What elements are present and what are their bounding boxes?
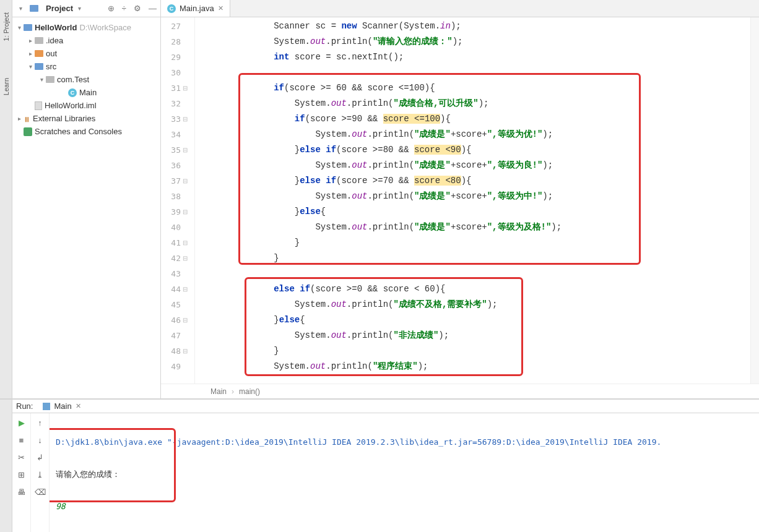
- run-config-icon: [43, 403, 50, 410]
- project-panel: ▾ Project ▾ ⊕ ÷ ⚙ — ▾ HelloWorld D:\Work…: [12, 0, 161, 398]
- run-tab-main[interactable]: Main ✕: [38, 400, 85, 413]
- expand-icon[interactable]: ▸: [26, 50, 35, 57]
- code-editor[interactable]: 27 28 29 30 31⊟ 32 33⊟ 34 35⊟ 36 37⊟ 38 …: [161, 17, 759, 384]
- tree-scratches[interactable]: Scratches and Consoles: [12, 125, 160, 138]
- close-icon[interactable]: ✕: [218, 4, 223, 12]
- collapse-icon[interactable]: ▾: [16, 5, 25, 12]
- class-icon: C: [68, 88, 77, 97]
- run-label: Run:: [16, 401, 33, 411]
- library-icon: ⫼: [24, 115, 30, 122]
- tree-external-libs[interactable]: ▸ ⫼ External Libraries: [12, 112, 160, 125]
- editor-right-gutter: [750, 17, 759, 384]
- dropdown-icon[interactable]: ▾: [78, 5, 81, 12]
- tree-iml[interactable]: HelloWorld.iml: [12, 99, 160, 112]
- tree-src[interactable]: ▾ src: [12, 60, 160, 73]
- tree-main-class[interactable]: C Main: [12, 86, 160, 99]
- crumb-class[interactable]: Main: [210, 387, 227, 396]
- run-tabs: Run: Main ✕: [12, 400, 759, 413]
- editor-area: C Main.java ✕ 27 28 29 30 31⊟ 32 33⊟ 34 …: [161, 0, 759, 398]
- breadcrumb: Main › main(): [161, 384, 759, 398]
- stop-icon[interactable]: ■: [16, 434, 27, 445]
- expand-icon[interactable]: ▾: [15, 24, 24, 31]
- expand-icon[interactable]: ▸: [26, 37, 35, 44]
- camera-icon[interactable]: ✂: [16, 452, 27, 463]
- rerun-icon[interactable]: ▶: [16, 417, 27, 428]
- learn-tool-tab[interactable]: Learn: [2, 78, 10, 95]
- run-toolbar-primary: ▶ ■ ✂ ⊞ 🖶: [12, 413, 31, 532]
- console-line: 请输入您的成绩：: [56, 468, 753, 481]
- project-panel-header: ▾ Project ▾ ⊕ ÷ ⚙ —: [12, 0, 160, 17]
- run-toolbar-secondary: ↑ ↓ ↲ ⤓ ⌫: [31, 413, 50, 532]
- wrap-icon[interactable]: ↲: [35, 452, 46, 463]
- project-title: Project: [46, 4, 73, 13]
- console-command: D:\jdk1.8\bin\java.exe "-javaagent:D:\id…: [56, 435, 753, 449]
- layout-icon[interactable]: ⊞: [16, 469, 27, 480]
- editor-tabs: C Main.java ✕: [161, 0, 759, 17]
- code-content[interactable]: Scanner sc = new Scanner(System.in); Sys…: [195, 17, 750, 384]
- crumb-method[interactable]: main(): [239, 387, 260, 396]
- run-panel: Run: Main ✕ ▶ ■ ✂ ⊞ 🖶 ↑ ↓ ↲: [0, 399, 759, 532]
- tree-out[interactable]: ▸ out: [12, 47, 160, 60]
- up-icon[interactable]: ↑: [35, 417, 46, 428]
- left-tool-strip: 1: Project Learn: [0, 0, 12, 398]
- editor-tab-main[interactable]: C Main.java ✕: [161, 0, 230, 17]
- tree-idea[interactable]: ▸ .idea: [12, 34, 160, 47]
- project-tree[interactable]: ▾ HelloWorld D:\WorkSpace ▸ .idea ▸ out …: [12, 17, 160, 398]
- close-icon[interactable]: ✕: [76, 402, 81, 410]
- down-icon[interactable]: ↓: [35, 434, 46, 445]
- scratch-icon: [24, 127, 32, 136]
- expand-icon[interactable]: ▾: [26, 63, 35, 70]
- run-left-gutter: [0, 400, 12, 532]
- project-tool-tab[interactable]: 1: Project: [2, 12, 10, 41]
- hide-icon[interactable]: —: [149, 4, 157, 13]
- chevron-right-icon: ›: [232, 387, 234, 396]
- tree-package[interactable]: ▾ com.Test: [12, 73, 160, 86]
- expand-icon[interactable]: ▸: [15, 115, 24, 122]
- divide-icon[interactable]: ÷: [122, 4, 126, 13]
- tree-root[interactable]: ▾ HelloWorld D:\WorkSpace: [12, 21, 160, 34]
- console-user-input: 98: [56, 500, 753, 513]
- scroll-icon[interactable]: ⤓: [35, 469, 46, 480]
- print-icon[interactable]: 🖶: [16, 486, 27, 497]
- clear-icon[interactable]: ⌫: [35, 486, 46, 497]
- class-icon: C: [167, 4, 176, 13]
- console-output[interactable]: D:\jdk1.8\bin\java.exe "-javaagent:D:\id…: [50, 413, 759, 532]
- gutter: 27 28 29 30 31⊟ 32 33⊟ 34 35⊟ 36 37⊟ 38 …: [161, 17, 195, 384]
- expand-icon[interactable]: ▾: [37, 76, 46, 83]
- gear-icon[interactable]: ⚙: [134, 4, 141, 13]
- target-icon[interactable]: ⊕: [108, 4, 115, 13]
- module-icon: [35, 101, 42, 110]
